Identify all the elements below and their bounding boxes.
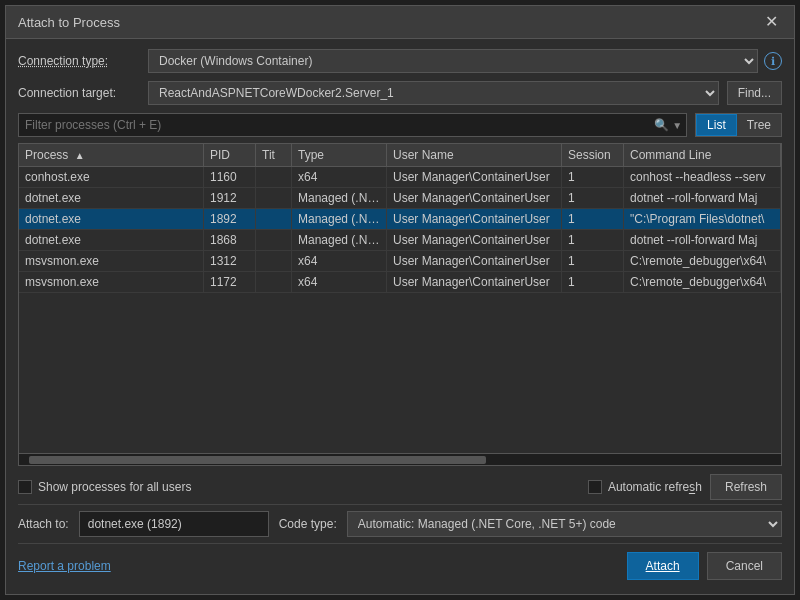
attach-button[interactable]: Attach	[627, 552, 699, 580]
td-type: x64	[292, 251, 387, 271]
code-type-dropdown[interactable]: Automatic: Managed (.NET Core, .NET 5+) …	[347, 511, 782, 537]
table-row[interactable]: msvsmon.exe 1312 x64 User Manager\Contai…	[19, 251, 781, 272]
action-buttons: Attach Cancel	[627, 552, 782, 580]
process-table-container: Process ▲ PID Tit Type User Name Session…	[18, 143, 782, 466]
td-user: User Manager\ContainerUser	[387, 209, 562, 229]
connection-target-wrap: ReactAndASPNETCoreWDocker2.Server_1 Find…	[148, 81, 782, 105]
table-row[interactable]: dotnet.exe 1868 Managed (.NE... User Man…	[19, 230, 781, 251]
table-row[interactable]: msvsmon.exe 1172 x64 User Manager\Contai…	[19, 272, 781, 293]
horizontal-scrollbar[interactable]	[19, 453, 781, 465]
connection-type-row: Connection type: Docker (Windows Contain…	[18, 49, 782, 73]
cancel-button[interactable]: Cancel	[707, 552, 782, 580]
col-header-tit[interactable]: Tit	[256, 144, 292, 166]
connection-target-dropdown[interactable]: ReactAndASPNETCoreWDocker2.Server_1	[148, 81, 719, 105]
filter-input[interactable]	[19, 116, 650, 134]
td-process: msvsmon.exe	[19, 251, 204, 271]
td-session: 1	[562, 230, 624, 250]
col-header-user[interactable]: User Name	[387, 144, 562, 166]
connection-target-label: Connection target:	[18, 86, 148, 100]
attach-to-value[interactable]	[79, 511, 269, 537]
bottom-section: Show processes for all users Automatic r…	[18, 466, 782, 584]
table-row[interactable]: dotnet.exe 1892 Managed (.NE... User Man…	[19, 209, 781, 230]
sort-arrow: ▲	[75, 150, 85, 161]
attach-row: Attach to: Code type: Automatic: Managed…	[18, 504, 782, 543]
connection-type-label: Connection type:	[18, 54, 148, 68]
search-icon-button[interactable]: 🔍 ▼	[650, 116, 686, 134]
td-pid: 1172	[204, 272, 256, 292]
report-link[interactable]: Report a problem	[18, 559, 111, 573]
show-all-users-text: Show processes for all users	[38, 480, 191, 494]
auto-refresh-wrap: Automatic refres̲h Refresh	[588, 474, 782, 500]
action-row: Report a problem Attach Cancel	[18, 543, 782, 584]
title-bar: Attach to Process ✕	[6, 6, 794, 39]
td-user: User Manager\ContainerUser	[387, 272, 562, 292]
search-icon: 🔍	[654, 118, 669, 132]
td-type: Managed (.NE...	[292, 209, 387, 229]
view-buttons: List Tree	[695, 113, 782, 137]
td-cmdline: dotnet --roll-forward Maj	[624, 188, 781, 208]
dialog-content: Connection type: Docker (Windows Contain…	[6, 39, 794, 594]
td-session: 1	[562, 251, 624, 271]
dialog-title: Attach to Process	[18, 15, 120, 30]
connection-target-row: Connection target: ReactAndASPNETCoreWDo…	[18, 81, 782, 105]
attach-to-label: Attach to:	[18, 517, 69, 531]
auto-refresh-text: Automatic refres̲h	[608, 480, 702, 494]
td-pid: 1160	[204, 167, 256, 187]
td-cmdline: conhost --headless --serv	[624, 167, 781, 187]
td-pid: 1868	[204, 230, 256, 250]
td-type: x64	[292, 167, 387, 187]
td-type: Managed (.NE...	[292, 230, 387, 250]
td-user: User Manager\ContainerUser	[387, 167, 562, 187]
refresh-button[interactable]: Refresh	[710, 474, 782, 500]
td-user: User Manager\ContainerUser	[387, 251, 562, 271]
info-icon[interactable]: ℹ	[764, 52, 782, 70]
td-process: dotnet.exe	[19, 209, 204, 229]
td-tit	[256, 230, 292, 250]
td-tit	[256, 188, 292, 208]
col-header-process[interactable]: Process ▲	[19, 144, 204, 166]
show-all-users-label[interactable]: Show processes for all users	[18, 480, 191, 494]
td-session: 1	[562, 188, 624, 208]
td-session: 1	[562, 209, 624, 229]
td-type: Managed (.NE...	[292, 188, 387, 208]
table-row[interactable]: conhost.exe 1160 x64 User Manager\Contai…	[19, 167, 781, 188]
td-user: User Manager\ContainerUser	[387, 188, 562, 208]
filter-input-wrap: 🔍 ▼	[18, 113, 687, 137]
close-button[interactable]: ✕	[761, 14, 782, 30]
td-pid: 1912	[204, 188, 256, 208]
attach-to-process-dialog: Attach to Process ✕ Connection type: Doc…	[5, 5, 795, 595]
td-session: 1	[562, 272, 624, 292]
td-process: msvsmon.exe	[19, 272, 204, 292]
checkbox-row: Show processes for all users Automatic r…	[18, 466, 782, 504]
col-header-pid[interactable]: PID	[204, 144, 256, 166]
td-tit	[256, 251, 292, 271]
td-tit	[256, 272, 292, 292]
scrollbar-thumb	[29, 456, 486, 464]
filter-row: 🔍 ▼ List Tree	[18, 113, 782, 137]
td-type: x64	[292, 272, 387, 292]
list-view-button[interactable]: List	[696, 114, 737, 136]
td-process: dotnet.exe	[19, 188, 204, 208]
col-header-type[interactable]: Type	[292, 144, 387, 166]
td-process: conhost.exe	[19, 167, 204, 187]
code-type-label: Code type:	[279, 517, 337, 531]
td-pid: 1892	[204, 209, 256, 229]
table-header: Process ▲ PID Tit Type User Name Session…	[19, 144, 781, 167]
td-cmdline: "C:\Program Files\dotnet\	[624, 209, 781, 229]
col-header-session[interactable]: Session	[562, 144, 624, 166]
table-row[interactable]: dotnet.exe 1912 Managed (.NE... User Man…	[19, 188, 781, 209]
auto-refresh-label[interactable]: Automatic refres̲h	[588, 480, 702, 494]
td-tit	[256, 167, 292, 187]
td-process: dotnet.exe	[19, 230, 204, 250]
show-all-users-checkbox[interactable]	[18, 480, 32, 494]
connection-type-dropdown[interactable]: Docker (Windows Container)	[148, 49, 758, 73]
col-header-cmdline[interactable]: Command Line	[624, 144, 781, 166]
tree-view-button[interactable]: Tree	[737, 114, 781, 136]
auto-refresh-checkbox[interactable]	[588, 480, 602, 494]
connection-type-wrap: Docker (Windows Container) ℹ	[148, 49, 782, 73]
td-session: 1	[562, 167, 624, 187]
td-cmdline: dotnet --roll-forward Maj	[624, 230, 781, 250]
table-body: conhost.exe 1160 x64 User Manager\Contai…	[19, 167, 781, 453]
td-user: User Manager\ContainerUser	[387, 230, 562, 250]
find-button[interactable]: Find...	[727, 81, 782, 105]
